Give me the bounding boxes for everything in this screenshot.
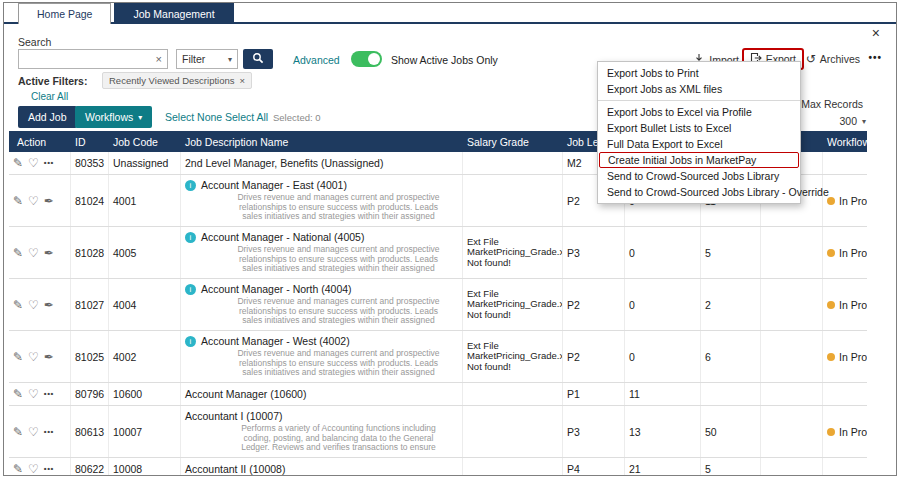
job-description-snippet: Drives revenue and manages current and p… [185, 295, 458, 326]
advanced-link[interactable]: Advanced [293, 54, 340, 66]
row-value-3 [761, 406, 823, 457]
heart-icon[interactable]: ♡ [28, 195, 39, 207]
edit-icon[interactable]: ✎ [13, 299, 23, 311]
row-workflow-status: In Progress [823, 331, 867, 382]
row-actions-cell: ✎♡••• [9, 406, 71, 457]
heart-icon[interactable]: ♡ [28, 463, 39, 475]
export-menu-item[interactable]: Full Data Export to Excel [598, 136, 800, 152]
workflows-button[interactable]: Workflows ▾ [75, 106, 152, 128]
job-title[interactable]: Accountant I (10007) [185, 410, 282, 422]
status-label: In Progress [839, 351, 867, 363]
edit-icon[interactable]: ✎ [13, 195, 23, 207]
row-value-3 [761, 331, 823, 382]
more-icon[interactable]: ••• [44, 426, 54, 438]
search-text-field[interactable] [19, 53, 151, 65]
workflow-icon[interactable]: ✒ [44, 195, 54, 207]
clear-all-link[interactable]: Clear All [31, 91, 68, 102]
row-id: 81028 [71, 227, 109, 278]
job-description-snippet: Performs a variety of Accounting functio… [185, 422, 458, 453]
info-icon[interactable]: i [185, 232, 196, 243]
job-title[interactable]: Account Manager (10600) [185, 388, 306, 400]
row-workflow-status [823, 458, 867, 476]
job-description-snippet: Drives revenue and manages current and p… [185, 347, 458, 378]
info-icon[interactable]: i [185, 284, 196, 295]
more-icon[interactable]: ••• [44, 388, 54, 400]
row-job-description-name: 2nd Level Manager, Benefits (Unassigned) [181, 152, 463, 174]
info-icon[interactable]: i [185, 180, 196, 191]
max-records-value: 300 [839, 115, 857, 127]
search-button[interactable] [243, 49, 273, 69]
job-title[interactable]: Account Manager - West (4002) [201, 335, 350, 347]
show-active-jobs-label: Show Active Jobs Only [391, 54, 498, 66]
job-title[interactable]: 2nd Level Manager, Benefits (Unassigned) [185, 157, 383, 169]
filter-chip[interactable]: Recently Viewed Descriptions × [102, 72, 252, 89]
edit-icon[interactable]: ✎ [13, 426, 23, 438]
row-actions-cell: ✎♡✒ [9, 331, 71, 382]
row-id: 81027 [71, 279, 109, 330]
row-job-code: 10007 [109, 406, 181, 457]
heart-icon[interactable]: ♡ [28, 388, 39, 400]
edit-icon[interactable]: ✎ [13, 157, 23, 169]
status-label: In Progress [839, 426, 867, 438]
job-title[interactable]: Account Manager - North (4004) [201, 283, 352, 295]
close-icon[interactable]: × [872, 27, 880, 39]
filter-chip-remove-icon[interactable]: × [240, 75, 246, 86]
archives-label: Archives [820, 53, 860, 65]
row-value-2: 50 [701, 406, 761, 457]
filter-dropdown[interactable]: Filter ▾ [176, 49, 238, 69]
heart-icon[interactable]: ♡ [28, 157, 39, 169]
clear-search-icon[interactable]: × [151, 53, 167, 65]
row-id: 80353 [71, 152, 109, 174]
tab-home-page[interactable]: Home Page [18, 3, 111, 24]
tab-job-management[interactable]: Job Management [114, 3, 233, 24]
heart-icon[interactable]: ♡ [28, 299, 39, 311]
select-none-link[interactable]: Select None [165, 111, 222, 123]
row-job-code: 4005 [109, 227, 181, 278]
heart-icon[interactable]: ♡ [28, 426, 39, 438]
workflow-icon[interactable]: ✒ [44, 247, 54, 259]
row-salary-grade: Ext File MarketPricing_Grade.xls Not fou… [463, 227, 563, 278]
row-value-2: 5 [701, 227, 761, 278]
select-all-link[interactable]: Select All [225, 111, 268, 123]
heart-icon[interactable]: ♡ [28, 351, 39, 363]
row-job-description-name: Account Manager (10600) [181, 383, 463, 405]
max-records-dropdown[interactable]: 300 ▾ [839, 115, 866, 127]
row-id: 80796 [71, 383, 109, 405]
export-menu-item[interactable]: Export Bullet Lists to Excel [598, 120, 800, 136]
job-title-line: Accountant II (10008) [185, 463, 458, 475]
search-input[interactable]: × [18, 49, 168, 69]
more-icon[interactable]: ••• [44, 157, 54, 169]
export-menu-item[interactable]: Send to Crowd-Sourced Jobs Library [598, 168, 800, 184]
workflow-icon[interactable]: ✒ [44, 351, 54, 363]
export-menu-item[interactable]: Send to Crowd-Sourced Jobs Library - Ove… [598, 184, 800, 200]
row-id: 80613 [71, 406, 109, 457]
edit-icon[interactable]: ✎ [13, 351, 23, 363]
export-menu-item[interactable]: Export Jobs as XML files [598, 81, 800, 97]
workflow-icon[interactable]: ✒ [44, 299, 54, 311]
archives-button[interactable]: ↺ Archives [806, 53, 860, 65]
show-active-jobs-toggle[interactable] [351, 51, 382, 67]
info-icon[interactable]: i [185, 336, 196, 347]
edit-icon[interactable]: ✎ [13, 247, 23, 259]
edit-icon[interactable]: ✎ [13, 388, 23, 400]
export-menu-item[interactable]: Export Jobs to Excel via Profile [598, 104, 800, 120]
job-title[interactable]: Account Manager - East (4001) [201, 179, 347, 191]
column-header: Job Code [109, 136, 181, 148]
job-title[interactable]: Account Manager - National (4005) [201, 231, 364, 243]
filter-chip-label: Recently Viewed Descriptions [109, 75, 235, 86]
row-salary-grade: Ext File MarketPricing_Grade.xls Not fou… [463, 331, 563, 382]
row-job-description-name: iAccount Manager - National (4005)Drives… [181, 227, 463, 278]
export-menu-item[interactable]: Create Initial Jobs in MarketPay [599, 152, 799, 168]
row-salary-grade [463, 406, 563, 457]
chevron-down-icon: ▾ [862, 117, 866, 126]
more-icon[interactable]: ••• [44, 463, 54, 475]
row-value-1: 0 [625, 331, 701, 382]
more-options-icon[interactable]: ••• [868, 52, 882, 63]
menu-divider [598, 100, 800, 101]
add-job-button[interactable]: Add Job [18, 106, 77, 128]
edit-icon[interactable]: ✎ [13, 463, 23, 475]
job-title[interactable]: Accountant II (10008) [185, 463, 285, 475]
heart-icon[interactable]: ♡ [28, 247, 39, 259]
export-menu-item[interactable]: Export Jobs to Print [598, 65, 800, 81]
salary-grade-error: Ext File MarketPricing_Grade.xls Not fou… [467, 341, 563, 373]
